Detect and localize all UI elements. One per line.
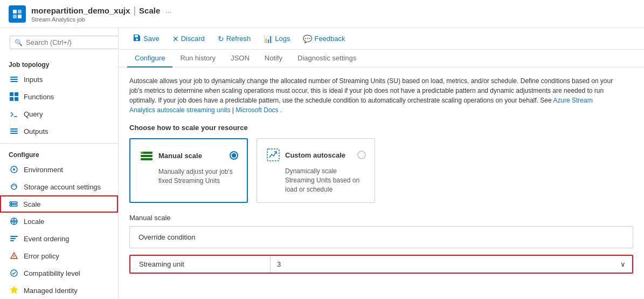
svg-rect-8 [15,92,18,96]
error-policy-icon [9,250,19,261]
locale-label: Locale [24,218,44,226]
svg-rect-7 [10,92,13,96]
svg-point-17 [11,184,17,189]
svg-rect-18 [10,202,17,203]
inputs-label: Inputs [24,76,43,84]
query-icon [9,108,19,119]
sidebar-item-compatibility-level[interactable]: Compatibility level [0,264,118,282]
tab-notify[interactable]: Notify [257,50,290,67]
manual-scale-card[interactable]: Manual scale Manually adjust your job's … [129,138,248,203]
save-button[interactable]: Save [127,31,165,46]
feedback-icon: 💬 [303,35,312,43]
manual-scale-radio[interactable] [230,151,238,160]
app-icon [9,5,26,23]
svg-rect-4 [10,77,18,78]
streaming-unit-select[interactable]: 3 ∨ [271,256,632,273]
svg-rect-23 [10,236,18,237]
event-ordering-label: Event ordering [24,235,70,243]
page-content: Autoscale allows your job to dynamically… [119,67,644,299]
managed-identity-icon [9,285,19,296]
custom-autoscale-card[interactable]: Custom autoscale Dynamically scale Strea… [257,138,375,203]
sidebar-item-environment[interactable]: Environment [0,161,118,178]
info-text: Autoscale allows your job to dynamically… [129,76,614,115]
refresh-button[interactable]: ↻ Refresh [212,32,257,45]
svg-rect-33 [267,149,279,161]
svg-rect-10 [15,97,18,101]
logs-button[interactable]: 📊 Logs [258,32,295,45]
discard-icon: ✕ [172,35,179,43]
svg-rect-6 [10,81,18,82]
tab-configure[interactable]: Configure [127,50,172,67]
sidebar: 🔍 « Job topology Inputs Functio [0,28,119,299]
search-icon: 🔍 [15,39,23,46]
svg-rect-31 [141,158,153,160]
streaming-unit-row: Streaming unit 3 ∨ [129,255,633,274]
manual-scale-desc: Manually adjust your job's fixed Streami… [139,167,238,186]
svg-point-16 [13,168,15,171]
feedback-button[interactable]: 💬 Feedback [297,32,350,45]
scale-label: Scale [23,200,41,208]
override-box: Override condition [129,226,633,248]
svg-rect-24 [10,238,16,239]
sidebar-item-storage-account-settings[interactable]: Storage account settings [0,178,118,195]
manual-scale-section-label: Manual scale [129,214,633,222]
svg-rect-1 [18,10,22,13]
query-label: Query [24,110,43,118]
custom-autoscale-radio[interactable] [357,151,366,159]
svg-rect-12 [10,128,18,130]
outputs-icon [9,126,19,137]
logs-icon: 📊 [264,35,273,43]
manual-scale-title: Manual scale [158,152,202,160]
toolbar: Save ✕ Discard ↻ Refresh 📊 Logs 💬 Feedba… [119,28,644,50]
override-condition-label: Override condition [139,233,624,241]
svg-rect-19 [10,205,17,206]
svg-rect-2 [13,15,17,18]
save-icon [133,33,141,44]
microsoft-docs-link[interactable]: Microsoft Docs [236,106,278,114]
streaming-unit-value: 3 [277,260,281,268]
svg-rect-0 [13,10,17,13]
storage-label: Storage account settings [24,183,101,191]
svg-rect-13 [10,131,18,132]
custom-autoscale-title: Custom autoscale [285,151,345,159]
app-header: morepartition_demo_xujx | Scale ... Stre… [0,0,644,28]
streaming-unit-label: Streaming unit [130,256,271,273]
custom-autoscale-icon [266,147,281,162]
sidebar-item-locale[interactable]: Locale [0,213,118,230]
refresh-icon: ↻ [218,35,224,43]
tab-json[interactable]: JSON [223,50,257,67]
custom-autoscale-desc: Dynamically scale Streaming Units based … [266,167,366,194]
svg-rect-32 [141,152,143,154]
choose-scale-title: Choose how to scale your resource [129,124,633,132]
tab-diagnostic-settings[interactable]: Diagnostic settings [290,50,364,67]
sidebar-item-error-policy[interactable]: Error policy [0,247,118,264]
sidebar-item-event-ordering[interactable]: Event ordering [0,230,118,247]
sidebar-item-managed-identity[interactable]: Managed Identity [0,282,118,299]
sidebar-section-configure: Configure Environment Storage account se… [0,147,118,299]
svg-point-27 [13,257,15,259]
svg-rect-5 [10,79,18,80]
storage-icon [9,181,19,192]
search-box[interactable]: 🔍 [10,36,119,49]
sidebar-item-scale[interactable]: Scale [0,195,118,213]
scale-options: Manual scale Manually adjust your job's … [129,138,633,203]
compatibility-label: Compatibility level [24,269,80,277]
sidebar-item-outputs[interactable]: Outputs [0,123,118,140]
svg-rect-9 [10,97,13,101]
manual-scale-icon [139,148,154,163]
search-input[interactable] [26,38,116,46]
header-job-name: morepartition_demo_xujx | Scale ... Stre… [31,5,171,23]
sidebar-item-query[interactable]: Query [0,105,118,123]
ellipsis-btn[interactable]: ... [165,6,171,15]
managed-identity-label: Managed Identity [24,287,78,295]
sidebar-item-functions[interactable]: Functions [0,88,118,105]
sidebar-item-inputs[interactable]: Inputs [0,71,118,88]
tab-run-history[interactable]: Run history [172,50,223,67]
discard-button[interactable]: ✕ Discard [167,32,210,45]
sidebar-section-job-topology: Job topology Inputs Functions [0,57,118,140]
functions-icon [9,91,19,102]
locale-icon [9,216,19,227]
environment-label: Environment [24,166,63,174]
compatibility-icon [9,268,19,278]
functions-label: Functions [24,93,54,101]
